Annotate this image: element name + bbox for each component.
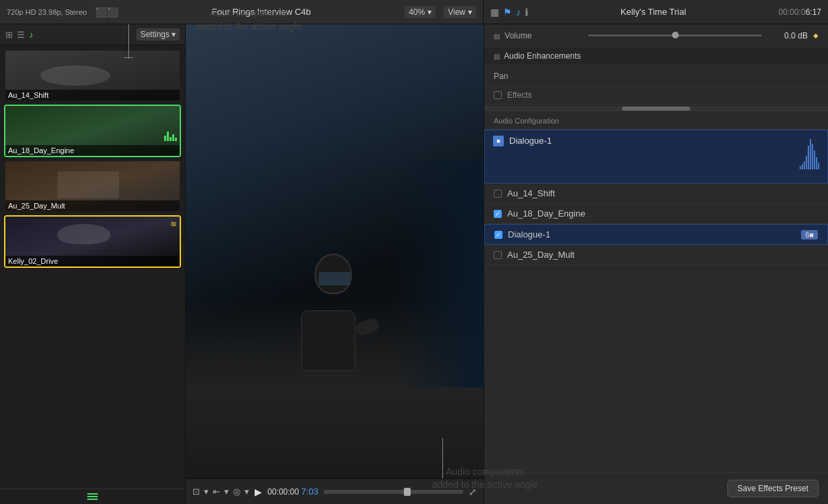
middle-panel: ⊡ ▾ ⇤ ▾ ◎ ▾ ▶ 00:00:00 7:03 ⤢ — [186, 24, 484, 504]
scrollbar-thumb[interactable] — [622, 107, 691, 111]
volume-label: ▤ Volume — [494, 31, 588, 40]
channel-item-au18[interactable]: Au_18_Day_Engine — [484, 204, 828, 224]
speed-chevron-icon[interactable]: ▾ — [244, 486, 249, 497]
app-container: 720p HD 23.98p, Stereo ⬛⬛ Four Rings Int… — [0, 0, 828, 504]
channel-label-au18: Au_18_Day_Engine — [507, 208, 819, 219]
volume-row: ▤ Volume 0.0 dB ◆ — [484, 24, 828, 47]
inspector-clip-name: Kelly's Time Trial — [534, 7, 773, 17]
audio-waveform-icon-kelly: ≋ — [170, 219, 177, 229]
speaker-icon[interactable]: ♪ — [516, 7, 521, 18]
scrollbar[interactable] — [484, 106, 828, 111]
panel-view-icons: ⊞ ☰ ♪ — [5, 30, 34, 40]
dialogue-content: Dialogue-1 — [509, 136, 662, 146]
au18-checkbox[interactable] — [494, 210, 502, 218]
flag-icon[interactable]: ⚑ — [503, 7, 512, 18]
collapse-icon: ▤ — [494, 53, 500, 60]
clip-label-au25: Au_25_Day_Mult — [5, 200, 180, 211]
audio-enhancements-header[interactable]: ▤ Audio Enhancements — [484, 47, 828, 65]
annotation-top: Audio components added to the active ang… — [196, 7, 301, 33]
left-panel-header: ⊞ ☰ ♪ Settings ▾ — [0, 24, 185, 45]
pan-label: Pan — [494, 72, 508, 81]
chevron-down-icon: ▾ — [468, 7, 472, 17]
trim-chevron-icon[interactable]: ▾ — [224, 486, 229, 497]
chevron-down-icon[interactable]: ▾ — [204, 486, 209, 497]
clip-label-kelly: Kelly_02_Drive — [5, 256, 180, 267]
inspector-icons: ▦ ⚑ ♪ ℹ — [490, 7, 528, 18]
dialogue-track[interactable]: ■ Dialogue-1 — [484, 130, 828, 184]
bottom-icons-row — [0, 488, 185, 504]
au14-checkbox[interactable] — [494, 190, 502, 198]
hamburger-icon[interactable] — [87, 493, 98, 500]
clip-label-au14: Au_14_Shift — [5, 90, 180, 101]
clip-film-icon: ⬛⬛ — [95, 7, 118, 18]
channel-badge-dialogue: 6■ — [801, 230, 818, 240]
waveform-visualization — [800, 139, 819, 169]
settings-label: Settings — [140, 30, 170, 39]
list-icon[interactable]: ☰ — [17, 30, 25, 40]
chevron-down-icon: ▾ — [172, 30, 176, 39]
info-icon[interactable]: ℹ — [525, 7, 528, 18]
effects-row: Effects — [484, 86, 828, 105]
annotation-bottom: Audio components added to the active ang… — [432, 466, 538, 492]
zoom-selector[interactable]: 40% ▾ — [405, 6, 436, 18]
timecode-start: 00:00:00 7:03 — [267, 486, 318, 497]
inspector-content: ▤ Volume 0.0 dB ◆ ▤ Audio Enhancements — [484, 24, 828, 472]
enhancements-label: Audio Enhancements — [504, 51, 581, 61]
channel-label-au14: Au_14_Shift — [507, 188, 819, 198]
keyframe-diamond[interactable]: ◆ — [813, 32, 819, 39]
clip-view-icon[interactable]: ⊡ — [192, 486, 200, 497]
volume-value: 0.0 dB — [767, 31, 808, 40]
dialogue-channel-icon: ■ — [493, 136, 504, 146]
channel-item-dialogue[interactable]: Dialogue-1 6■ — [484, 224, 828, 245]
pan-row: Pan — [484, 65, 828, 86]
view-button[interactable]: View ▾ — [444, 6, 476, 18]
film-strip-icon[interactable]: ▦ — [490, 7, 499, 18]
clip-item-au14[interactable]: Au_14_Shift — [4, 49, 181, 102]
video-preview — [186, 24, 484, 478]
chevron-down-icon: ▾ — [428, 7, 432, 17]
audio-config-header: Audio Configuration — [484, 113, 828, 130]
zoom-value: 40% — [409, 7, 425, 17]
channel-label-au25: Au_25_Day_Mult — [507, 250, 819, 260]
clip-list: Au_14_Shift Au_18_Day_Eng — [0, 45, 185, 488]
clip-thumbnail-au14: Au_14_Shift — [5, 51, 180, 101]
dialogue-waveform — [667, 136, 820, 169]
audio-icon[interactable]: ♪ — [29, 30, 34, 40]
volume-slider[interactable] — [588, 34, 762, 36]
channel-item-au25[interactable]: Au_25_Day_Mult — [484, 245, 828, 265]
toolbar-resolution-info: 720p HD 23.98p, Stereo — [7, 8, 87, 16]
right-toolbar: ▦ ⚑ ♪ ℹ Kelly's Time Trial 00:00:06:17 — [484, 0, 828, 24]
scrubber-handle[interactable] — [404, 488, 411, 496]
dialogue-checkbox[interactable] — [494, 231, 502, 239]
view-label: View — [448, 7, 465, 17]
speed-icon[interactable]: ◎ — [233, 486, 240, 497]
clip-label-au18: Au_18_Day_Engine — [5, 145, 180, 156]
transport-controls: ⊡ ▾ ⇤ ▾ ◎ ▾ — [192, 486, 249, 497]
play-button[interactable]: ▶ — [255, 486, 262, 497]
clip-thumbnail-kelly: ≋ Kelly_02_Drive — [5, 217, 180, 267]
volume-control: 0.0 dB ◆ — [588, 31, 819, 40]
grid-icon[interactable]: ⊞ — [5, 30, 13, 40]
volume-slider-thumb[interactable] — [672, 32, 679, 38]
timecode-display: 00:00:06:17 — [779, 7, 821, 17]
clip-item-kelly[interactable]: ≋ Kelly_02_Drive — [4, 215, 181, 268]
settings-button[interactable]: Settings ▾ — [136, 28, 180, 40]
left-panel: ⊞ ☰ ♪ Settings ▾ — [0, 24, 186, 504]
clip-thumbnail-au18: Au_18_Day_Engine — [5, 106, 180, 156]
au25-checkbox[interactable] — [494, 251, 502, 259]
clip-item-au18[interactable]: Au_18_Day_Engine — [4, 105, 181, 157]
save-effects-preset-button[interactable]: Save Effects Preset — [727, 480, 819, 497]
channel-label-dialogue: Dialogue-1 — [508, 229, 801, 240]
effects-checkbox[interactable] — [494, 91, 502, 99]
content-area: ⊞ ☰ ♪ Settings ▾ — [0, 24, 828, 504]
trim-icon[interactable]: ⇤ — [213, 486, 220, 497]
right-panel: ▤ Volume 0.0 dB ◆ ▤ Audio Enhancements — [484, 24, 828, 504]
channel-item-au14[interactable]: Au_14_Shift — [484, 184, 828, 204]
effects-label: Effects — [507, 90, 532, 100]
clip-thumbnail-au25: Au_25_Day_Mult — [5, 161, 180, 211]
dialogue-label: Dialogue-1 — [509, 136, 662, 146]
audio-waveform-indicator-au18 — [164, 132, 177, 141]
clip-item-au25[interactable]: Au_25_Day_Mult — [4, 160, 181, 213]
